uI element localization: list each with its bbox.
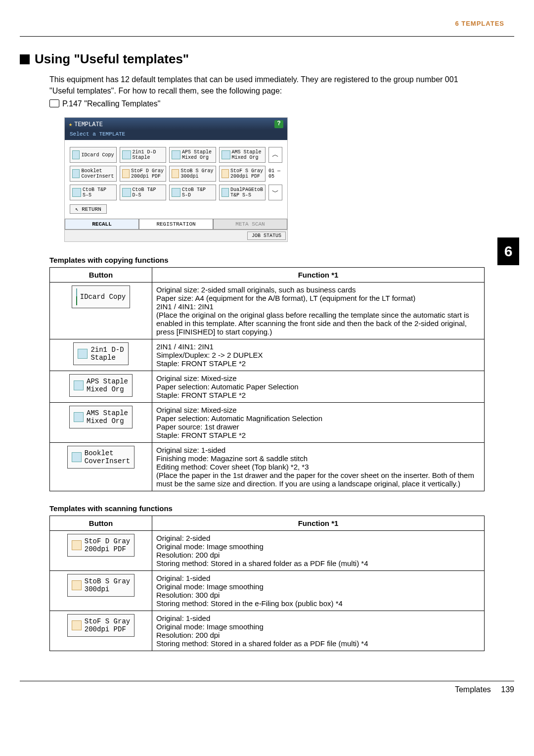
template-button[interactable]: CtoB T&P S-S xyxy=(70,185,117,200)
copy-icon xyxy=(74,412,84,422)
template-label: StoF D Gray 200dpi PDF xyxy=(131,168,164,179)
button-label: StoF D Gray 200dpi PDF xyxy=(85,537,130,553)
template-label: Booklet CoverInsert xyxy=(81,168,114,179)
scan-icon xyxy=(72,540,82,550)
copy-icon xyxy=(78,349,88,359)
copy-icon xyxy=(222,188,229,197)
copy-icon xyxy=(72,452,82,462)
square-bullet xyxy=(20,54,30,64)
scan-icon xyxy=(222,169,229,178)
th-function: Function *1 xyxy=(152,516,485,531)
template-label: CtoB T&P D-S xyxy=(133,187,156,198)
ui-button: StoB S Gray 300dpi xyxy=(67,574,134,597)
template-grid: IDcard Copy 2in1 D-D Staple APS Staple M… xyxy=(70,147,282,200)
table-row: StoB S Gray 300dpi Original: 1-sided Ori… xyxy=(50,571,485,611)
template-button[interactable]: CtoB T&P S-D xyxy=(169,185,216,200)
start-icon xyxy=(76,296,77,305)
button-label: AMS Staple Mixed Org xyxy=(87,409,128,425)
screen-title: TEMPLATE xyxy=(74,121,103,128)
ui-button: Booklet CoverInsert xyxy=(67,446,134,469)
template-label: StoF S Gray 200dpi PDF xyxy=(230,168,263,179)
table-row: Booklet CoverInsert Original size: 1-sid… xyxy=(50,443,485,491)
page-reference-text: P.147 "Recalling Templates" xyxy=(62,99,160,108)
copy-icon xyxy=(122,150,131,159)
template-label: APS Staple Mixed Org xyxy=(182,149,212,160)
intro-paragraph: This equipment has 12 default templates … xyxy=(49,74,485,96)
top-rule xyxy=(20,36,514,37)
scanning-caption: Templates with scanning functions xyxy=(49,504,514,513)
table-row: StoF S Gray 200dpi PDF Original: 1-sided… xyxy=(50,611,485,651)
template-button[interactable]: 2in1 D-D Staple xyxy=(120,147,167,163)
bottom-tabs: RECALL REGISTRATION META SCAN xyxy=(65,219,287,230)
job-status-button[interactable]: JOB STATUS xyxy=(247,232,286,240)
screen-titlebar: ★TEMPLATE ? xyxy=(65,118,287,130)
copy-icon xyxy=(72,169,80,178)
th-button: Button xyxy=(50,268,152,283)
return-button[interactable]: ↖ RETURN xyxy=(70,204,107,214)
function-cell: 2IN1 / 4IN1: 2IN1 Simplex/Duplex: 2 -> 2… xyxy=(152,339,485,371)
th-function: Function *1 xyxy=(152,268,485,283)
button-label: IDcard Copy xyxy=(80,293,126,301)
table-row: 2in1 D-D Staple 2IN1 / 4IN1: 2IN1 Simple… xyxy=(50,339,485,371)
screen-subtitle: Select a TEMPLATE xyxy=(65,130,287,140)
template-button[interactable]: AMS Staple Mixed Org xyxy=(219,147,266,163)
function-cell: Original size: Mixed-size Paper selectio… xyxy=(152,403,485,443)
scanning-table: Button Function *1 StoF D Gray 200dpi PD… xyxy=(49,516,485,651)
copy-icon xyxy=(72,188,81,197)
chapter-tab: 6 xyxy=(497,237,519,265)
chapter-header: 6 TEMPLATES xyxy=(20,20,514,27)
scroll-up-button[interactable]: ︿ xyxy=(268,147,282,163)
template-button[interactable]: DualPAGEtoB T&P S-S xyxy=(219,185,266,200)
template-label: IDcard Copy xyxy=(81,152,114,158)
template-button[interactable]: Booklet CoverInsert xyxy=(70,166,117,182)
template-button[interactable]: APS Staple Mixed Org xyxy=(169,147,216,163)
template-screen: ★TEMPLATE ? Select a TEMPLATE IDcard Cop… xyxy=(64,117,288,242)
function-cell: Original size: 1-sided Finishing mode: M… xyxy=(152,443,485,491)
template-button[interactable]: IDcard Copy xyxy=(70,147,117,163)
copying-caption: Templates with copying functions xyxy=(49,256,514,264)
template-button[interactable]: StoB S Gray 300dpi xyxy=(169,166,216,182)
copy-icon xyxy=(172,150,180,159)
table-row: StoF D Gray 200dpi PDF Original: 2-sided… xyxy=(50,531,485,571)
template-button[interactable]: CtoB T&P D-S xyxy=(120,185,167,200)
tab-recall[interactable]: RECALL xyxy=(65,219,139,230)
section-title-text: Using "Useful templates" xyxy=(35,51,189,66)
function-cell: Original: 1-sided Original mode: Image s… xyxy=(152,611,485,651)
copy-icon xyxy=(172,188,180,197)
ui-button: 2in1 D-D Staple xyxy=(73,342,128,365)
scroll-down-button[interactable]: ﹀ xyxy=(268,185,282,200)
button-label: StoB S Gray 300dpi xyxy=(85,577,130,593)
table-row: APS Staple Mixed Org Original size: Mixe… xyxy=(50,371,485,403)
button-label: APS Staple Mixed Org xyxy=(87,378,128,393)
copy-icon xyxy=(122,188,131,197)
button-label: 2in1 D-D Staple xyxy=(90,346,124,362)
scan-icon xyxy=(72,620,82,630)
table-row: AMS Staple Mixed Org Original size: Mixe… xyxy=(50,403,485,443)
template-label: StoB S Gray 300dpi xyxy=(180,168,213,179)
scan-icon xyxy=(122,169,130,178)
page-indicator: 01 — 05 xyxy=(268,166,282,182)
star-icon: ★ xyxy=(69,121,72,128)
copy-icon xyxy=(74,380,84,390)
ui-button: StoF S Gray 200dpi PDF xyxy=(67,614,134,637)
template-label: CtoB T&P S-D xyxy=(182,187,206,198)
help-button[interactable]: ? xyxy=(274,120,283,128)
footer-label: Templates xyxy=(455,685,491,694)
page-number: 139 xyxy=(501,685,514,694)
th-function-text: Function *1 xyxy=(298,271,339,279)
button-label: Booklet CoverInsert xyxy=(85,449,130,465)
tab-metascan[interactable]: META SCAN xyxy=(213,219,287,230)
ui-button: IDcard Copy xyxy=(72,285,130,308)
function-cell: Original size: 2-sided small originals, … xyxy=(152,283,485,339)
function-cell: Original size: Mixed-size Paper selectio… xyxy=(152,371,485,403)
template-label: CtoB T&P S-S xyxy=(83,187,106,198)
ui-button: AMS Staple Mixed Org xyxy=(69,406,133,428)
ui-button: StoF D Gray 200dpi PDF xyxy=(67,534,134,557)
copy-icon xyxy=(72,150,80,159)
template-button[interactable]: StoF D Gray 200dpi PDF xyxy=(120,166,167,182)
tab-registration[interactable]: REGISTRATION xyxy=(139,219,213,230)
scan-icon xyxy=(172,169,179,178)
scan-icon xyxy=(72,580,82,590)
template-button[interactable]: StoF S Gray 200dpi PDF xyxy=(219,166,266,182)
copying-table: Button Function *1 IDcard Copy Original … xyxy=(49,267,485,491)
